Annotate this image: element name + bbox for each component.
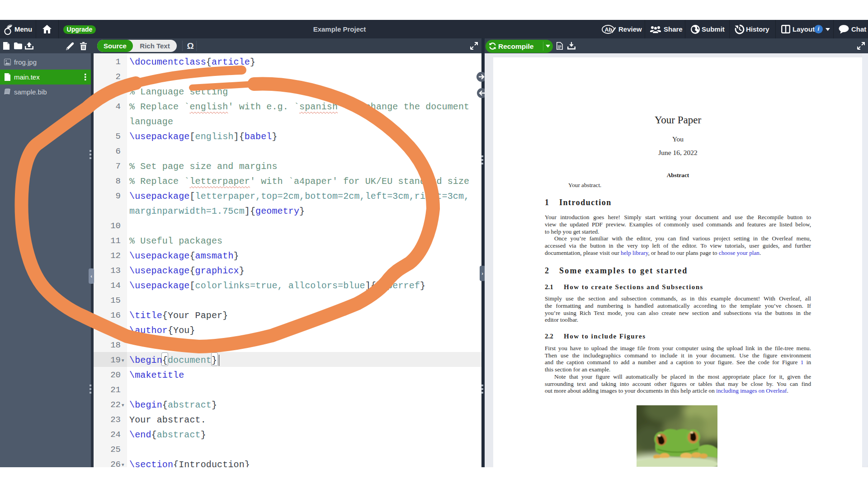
svg-text:Ab: Ab	[605, 27, 613, 33]
